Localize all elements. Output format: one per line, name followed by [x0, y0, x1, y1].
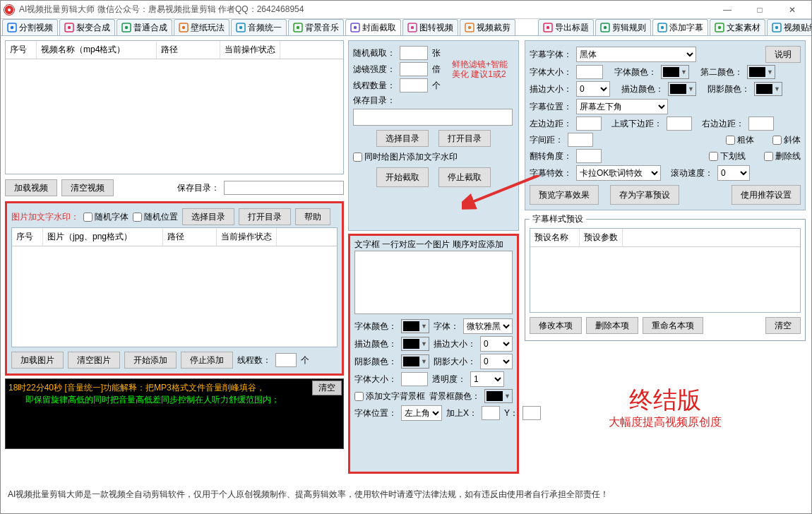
tab-壁纸玩法[interactable]: 壁纸玩法: [174, 19, 229, 35]
use-recommended-button[interactable]: 使用推荐设置: [732, 185, 801, 205]
help-button[interactable]: 帮助: [295, 208, 330, 225]
effect-select[interactable]: 卡拉OK歌词特效: [576, 165, 661, 181]
sub-stroke-color-picker[interactable]: ▼: [668, 82, 696, 96]
tab-普通合成[interactable]: 普通合成: [117, 19, 172, 35]
top-margin-input[interactable]: [667, 116, 692, 131]
sub-color2-picker[interactable]: ▼: [747, 65, 775, 79]
font-select[interactable]: 微软雅黑: [463, 318, 513, 334]
image-grid[interactable]: 序号图片（jpg、png格式）路径当前操作状态: [11, 227, 338, 347]
text-lines-textarea[interactable]: [354, 251, 513, 314]
tab-背景音乐[interactable]: 背景音乐: [288, 19, 344, 35]
video-grid[interactable]: 序号视频名称（mp4格式）路径当前操作状态: [5, 40, 344, 174]
scroll-speed-select[interactable]: 0: [717, 165, 750, 181]
tab-视频裁剪[interactable]: 视频裁剪: [460, 19, 515, 35]
shadow-size-select[interactable]: 0: [480, 354, 513, 369]
column-header[interactable]: 路径: [157, 41, 220, 59]
mid-open-dir-button[interactable]: 打开目录: [438, 130, 491, 147]
clear-image-button[interactable]: 清空图片: [68, 352, 120, 369]
shadow-color-picker[interactable]: ▼: [401, 354, 429, 369]
tab-图转视频[interactable]: 图转视频: [402, 19, 458, 35]
tab-音频统一[interactable]: 音频统一: [231, 19, 287, 35]
underline-checkbox[interactable]: 下划线: [709, 150, 746, 162]
load-video-button[interactable]: 加载视频: [5, 179, 57, 196]
rename-preset-button[interactable]: 重命名本项: [643, 317, 703, 334]
svg-point-1: [11, 26, 13, 29]
sub-font-color-picker[interactable]: ▼: [661, 65, 689, 79]
load-image-button[interactable]: 加载图片: [11, 352, 64, 369]
choose-dir-button[interactable]: 选择目录: [182, 208, 234, 225]
tab-导出标题[interactable]: 导出标题: [538, 19, 594, 35]
sub-shadow-color-picker[interactable]: ▼: [754, 82, 782, 96]
add-x-input[interactable]: [482, 406, 500, 420]
column-header[interactable]: 视频名称（mp4格式）: [37, 41, 157, 59]
subtitle-pos-select[interactable]: 屏幕左下角: [576, 99, 668, 114]
column-header[interactable]: 预设名称: [530, 229, 580, 246]
tab-裂变合成[interactable]: 裂变合成: [59, 19, 115, 35]
tab-icon: [772, 23, 782, 32]
close-button[interactable]: ✕: [776, 1, 808, 19]
filter-strength-input[interactable]: [400, 62, 428, 76]
tab-文案素材[interactable]: 文案素材: [710, 19, 765, 35]
tab-剪辑规则[interactable]: 剪辑规则: [595, 19, 651, 35]
console-clear-button[interactable]: 清空: [312, 381, 342, 395]
modify-preset-button[interactable]: 修改本项: [530, 317, 582, 334]
stroke-color-picker[interactable]: ▼: [401, 337, 429, 351]
add-y-input[interactable]: [523, 406, 541, 420]
start-add-button[interactable]: 开始添加: [124, 352, 177, 369]
rotate-input[interactable]: [576, 149, 602, 163]
delete-preset-button[interactable]: 删除本项: [586, 317, 638, 334]
column-header[interactable]: 当前操作状态: [220, 41, 280, 59]
left-margin-input[interactable]: [576, 116, 602, 131]
tab-分割视频[interactable]: 分割视频: [2, 19, 58, 35]
tab-添加字幕[interactable]: 添加字幕: [652, 19, 708, 35]
column-header[interactable]: 当前操作状态: [217, 228, 277, 246]
opacity-select[interactable]: 1: [470, 371, 504, 387]
open-dir-button[interactable]: 打开目录: [239, 208, 291, 225]
start-cut-button[interactable]: 开始截取: [376, 167, 429, 187]
stroke-size-select[interactable]: 0: [480, 336, 513, 352]
strike-checkbox[interactable]: 删除线: [764, 150, 801, 162]
clear-video-button[interactable]: 清空视频: [61, 179, 114, 196]
mid-threads-input[interactable]: [400, 78, 428, 92]
bg-color-picker[interactable]: ▼: [484, 389, 513, 403]
column-header[interactable]: 路径: [163, 228, 217, 246]
bold-checkbox[interactable]: 粗体: [726, 134, 754, 146]
column-header[interactable]: 预设参数: [580, 229, 623, 246]
random-cut-input[interactable]: [400, 46, 428, 60]
minimize-button[interactable]: —: [711, 1, 744, 19]
tab-视频贴纸[interactable]: 视频贴纸: [767, 19, 812, 35]
mid-choose-dir-button[interactable]: 选择目录: [376, 130, 429, 147]
italic-checkbox[interactable]: 斜体: [772, 134, 801, 146]
preset-grid[interactable]: 预设名称预设参数: [530, 228, 801, 313]
save-dir-input[interactable]: [224, 181, 344, 195]
explain-button[interactable]: 说明: [765, 46, 801, 63]
text-pos-select[interactable]: 左上角: [401, 405, 442, 421]
maximize-button[interactable]: □: [744, 1, 776, 19]
mid-font-size-input[interactable]: [401, 372, 428, 386]
tab-封面截取[interactable]: 封面截取: [345, 19, 401, 35]
letter-spacing-input[interactable]: [568, 133, 593, 147]
random-font-checkbox[interactable]: 随机字体: [83, 211, 129, 223]
log-line-1: 18时22分40秒 [音量统一]功能解释：把MP3格式文件音量削峰填谷，: [8, 382, 340, 394]
save-preset-button[interactable]: 存为字幕预设: [610, 185, 679, 205]
sub-stroke-size-select[interactable]: 0: [576, 81, 610, 97]
column-header[interactable]: 序号: [6, 41, 37, 59]
threads-input[interactable]: [275, 353, 297, 367]
preview-subtitle-button[interactable]: 预览字幕效果: [530, 185, 599, 205]
add-watermark-checkbox[interactable]: 同时给图片添加文字水印: [353, 151, 458, 163]
preset-fieldset: 字幕样式预设 预设名称预设参数 修改本项 删除本项 重命名本项 清空: [525, 213, 806, 341]
svg-point-23: [661, 26, 664, 29]
column-header[interactable]: 图片（jpg、png格式）: [43, 228, 163, 246]
stop-cut-button[interactable]: 停止截取: [438, 167, 491, 187]
mid-save-dir-input[interactable]: [353, 109, 513, 126]
random-position-checkbox[interactable]: 随机位置: [133, 211, 178, 223]
right-margin-input[interactable]: [748, 116, 774, 131]
column-header[interactable]: 序号: [12, 228, 43, 246]
subtitle-font-select[interactable]: 黑体: [576, 47, 696, 62]
clear-preset-button[interactable]: 清空: [765, 317, 801, 334]
text-bg-checkbox[interactable]: 添加文字背景框: [354, 390, 425, 402]
font-color-picker[interactable]: ▼: [401, 319, 429, 333]
tab-icon: [465, 23, 474, 32]
subtitle-font-size-input[interactable]: [576, 65, 603, 79]
stop-add-button[interactable]: 停止添加: [181, 352, 233, 369]
